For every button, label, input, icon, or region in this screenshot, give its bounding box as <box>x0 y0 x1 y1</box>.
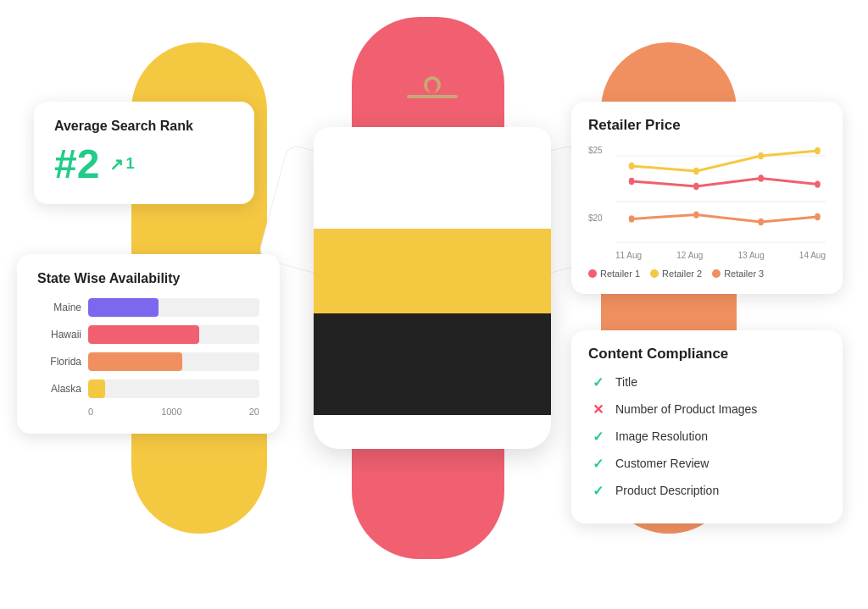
r1-dot1 <box>629 178 635 185</box>
availability-card: State Wise Availability Maine Hawaii Flo… <box>17 254 280 434</box>
axis-start: 0 <box>88 407 93 417</box>
legend-retailer3: Retailer 3 <box>712 269 764 279</box>
bar-label-hawaii: Hawaii <box>37 329 81 340</box>
search-rank-card: Average Search Rank #2 ↗ 1 <box>34 102 254 204</box>
legend-dot-retailer3 <box>712 269 721 278</box>
r2-dot4 <box>815 147 821 154</box>
bar-fill-florida <box>88 352 182 371</box>
legend-label-retailer2: Retailer 2 <box>662 269 702 279</box>
bar-label-maine: Maine <box>37 302 81 313</box>
product-image <box>288 68 576 542</box>
legend-retailer2: Retailer 2 <box>650 269 702 279</box>
legend-dot-retailer1 <box>588 269 597 278</box>
bar-label-alaska: Alaska <box>37 383 81 395</box>
bar-track-florida <box>88 352 259 371</box>
compliance-item-title: ✓ Title <box>588 373 826 391</box>
x-label-11aug: 11 Aug <box>615 251 642 260</box>
bar-row-hawaii: Hawaii <box>37 325 259 344</box>
r3-dot2 <box>693 211 699 218</box>
y-label-high: $25 <box>588 146 603 155</box>
cross-icon-images: ✕ <box>588 400 607 418</box>
x-label-13aug: 13 Aug <box>738 251 765 260</box>
r2-dot3 <box>758 152 764 159</box>
r1-dot4 <box>815 180 821 187</box>
legend-label-retailer3: Retailer 3 <box>724 269 764 279</box>
bar-track-alaska <box>88 379 259 398</box>
rank-value: #2 <box>54 141 99 187</box>
compliance-title: Content Compliance <box>588 346 826 363</box>
x-label-14aug: 14 Aug <box>799 251 826 260</box>
scene: Average Search Rank #2 ↗ 1 State Wise Av… <box>0 0 868 609</box>
clothing-hanger <box>407 76 458 110</box>
compliance-item-review: ✓ Customer Review <box>588 454 826 473</box>
line-chart <box>615 146 826 247</box>
retailer3-line <box>632 215 817 222</box>
compliance-item-images: ✕ Number of Product Images <box>588 400 826 418</box>
legend-retailer1: Retailer 1 <box>588 269 640 279</box>
rank-change: ↗ 1 <box>109 154 134 174</box>
bar-row-maine: Maine <box>37 298 259 317</box>
retailer-price-title: Retailer Price <box>588 117 826 134</box>
check-icon-resolution: ✓ <box>588 427 607 446</box>
bar-row-florida: Florida <box>37 352 259 371</box>
search-rank-title: Average Search Rank <box>54 119 234 134</box>
bar-label-florida: Florida <box>37 356 81 368</box>
r3-dot1 <box>629 215 635 222</box>
bar-row-alaska: Alaska <box>37 379 259 398</box>
r3-dot4 <box>815 213 821 220</box>
sweater-body <box>314 127 551 449</box>
r2-dot2 <box>693 168 699 174</box>
axis-end: 20 <box>249 407 259 417</box>
bar-track-maine <box>88 298 259 317</box>
x-label-12aug: 12 Aug <box>676 251 703 260</box>
compliance-card: Content Compliance ✓ Title ✕ Number of P… <box>571 330 843 523</box>
r2-dot1 <box>629 163 635 169</box>
bar-fill-hawaii <box>88 325 199 344</box>
axis-mid: 1000 <box>161 407 181 417</box>
bar-fill-alaska <box>88 379 105 398</box>
rank-arrow-icon: ↗ <box>109 154 124 174</box>
bar-track-hawaii <box>88 325 259 344</box>
retailer-price-card: Retailer Price $25 $20 <box>571 102 843 294</box>
price-chart-svg <box>615 146 826 247</box>
chart-legend: Retailer 1 Retailer 2 Retailer 3 <box>588 269 826 279</box>
check-icon-review: ✓ <box>588 454 607 473</box>
compliance-label-description: Product Description <box>615 484 719 497</box>
compliance-label-title: Title <box>615 375 637 389</box>
bar-chart: Maine Hawaii Florida Alaska <box>37 298 259 398</box>
compliance-label-images: Number of Product Images <box>615 402 757 416</box>
chart-x-labels: 11 Aug 12 Aug 13 Aug 14 Aug <box>615 251 826 260</box>
retailer1-line <box>632 178 817 186</box>
r3-dot3 <box>758 219 764 225</box>
check-icon-description: ✓ <box>588 481 607 500</box>
retailer2-line <box>632 151 817 171</box>
check-icon-title: ✓ <box>588 373 607 391</box>
r1-dot3 <box>758 174 764 181</box>
compliance-label-resolution: Image Resolution <box>615 429 708 443</box>
legend-label-retailer1: Retailer 1 <box>600 269 640 279</box>
y-label-low: $20 <box>588 213 603 223</box>
compliance-label-review: Customer Review <box>615 457 709 470</box>
compliance-item-description: ✓ Product Description <box>588 481 826 500</box>
legend-dot-retailer2 <box>650 269 659 278</box>
compliance-item-resolution: ✓ Image Resolution <box>588 427 826 446</box>
chart-axis: 0 1000 20 <box>88 407 259 417</box>
r1-dot2 <box>693 183 699 190</box>
bar-fill-maine <box>88 298 159 317</box>
availability-title: State Wise Availability <box>37 271 259 286</box>
